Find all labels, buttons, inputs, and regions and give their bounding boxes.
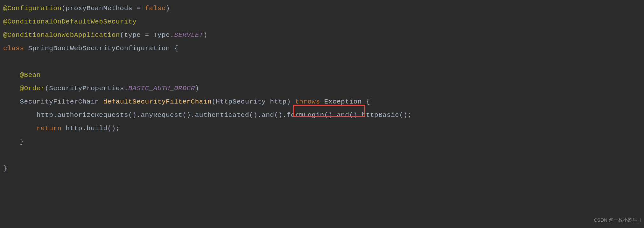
line-8: SecurityFilterChain defaultSecurityFilte… <box>3 98 370 105</box>
line-9: http.authorizeRequests().anyRequest().au… <box>3 111 412 119</box>
annotation-order: @Order <box>20 85 45 92</box>
line-7: @Order(SecurityProperties.BASIC_AUTH_ORD… <box>3 85 199 92</box>
line-4: class SpringBootWebSecurityConfiguration… <box>3 45 178 52</box>
keyword-return: return <box>37 125 62 132</box>
annotation-bean: @Bean <box>20 71 41 79</box>
line-6: @Bean <box>3 71 41 79</box>
line-1: @Configuration(proxyBeanMethods = false) <box>3 5 170 12</box>
line-2: @ConditionalOnDefaultWebSecurity <box>3 18 136 25</box>
method-name: defaultSecurityFilterChain <box>103 98 212 105</box>
watermark: CSDN @一枚小蜗牛H <box>594 213 641 227</box>
annotation: @ConditionalOnWebApplication <box>3 31 120 39</box>
line-11: } <box>3 138 24 145</box>
code-editor[interactable]: @Configuration(proxyBeanMethods = false)… <box>3 2 644 175</box>
annotation: @Configuration <box>3 5 61 12</box>
class-name: SpringBootWebSecurityConfiguration { <box>28 45 178 52</box>
line-10: return http.build(); <box>3 125 120 132</box>
param-type: HttpSecurity <box>216 98 270 105</box>
enum-constant: SERVLET <box>174 31 203 39</box>
annotation: @ConditionalOnDefaultWebSecurity <box>3 18 136 25</box>
return-type: SecurityFilterChain <box>20 98 103 105</box>
constant: BASIC_AUTH_ORDER <box>128 85 195 92</box>
param-name: http <box>270 98 287 105</box>
highlighted-code: and().formLogin() <box>262 111 332 119</box>
line-3: @ConditionalOnWebApplication(type = Type… <box>3 31 207 39</box>
keyword-class: class <box>3 45 24 52</box>
keyword-false: false <box>145 5 166 12</box>
line-13: } <box>3 165 7 172</box>
keyword-throws: throws <box>295 98 320 105</box>
